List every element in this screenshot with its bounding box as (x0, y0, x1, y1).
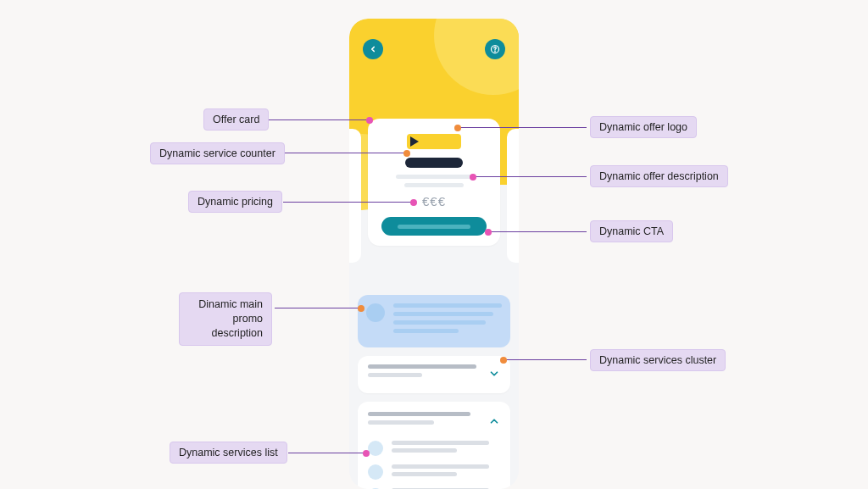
chevron-up-icon[interactable] (488, 412, 500, 431)
annotation-pricing: Dynamic pricing (188, 191, 282, 213)
phone-frame: €€€ (349, 19, 519, 489)
offer-card-peek-left (349, 129, 361, 263)
connector (275, 308, 361, 308)
annotation-offer-logo: Dynamic offer logo (590, 116, 697, 138)
annotation-offer-description: Dynamic offer description (590, 165, 728, 187)
annotation-main-promo: Dinamic main promo description (179, 292, 272, 346)
cta-button[interactable] (381, 217, 487, 236)
offer-logo (407, 134, 461, 149)
question-icon (490, 44, 500, 54)
annotation-service-counter: Dynamic service counter (150, 142, 285, 164)
services-cluster-card[interactable] (358, 356, 510, 393)
chevron-down-icon (488, 364, 500, 383)
chevron-left-icon (369, 45, 377, 53)
service-counter-pill (405, 158, 463, 168)
promo-description (393, 303, 502, 339)
connector (473, 176, 587, 177)
connector (288, 453, 366, 453)
annotation-offer-card: Offer card (203, 108, 269, 131)
connector (268, 119, 370, 120)
back-button[interactable] (363, 39, 383, 59)
connector (458, 127, 587, 128)
annotation-services-cluster: Dynamic services cluster (590, 349, 726, 371)
promo-icon (366, 303, 385, 322)
connector (283, 202, 414, 203)
service-icon (368, 441, 383, 456)
service-icon (368, 464, 383, 480)
offer-card-peek-right (507, 129, 519, 263)
connector (504, 359, 587, 360)
annotation-services-list: Dynamic services list (170, 442, 287, 464)
svg-point-1 (495, 51, 496, 52)
services-list-card (358, 402, 510, 489)
annotation-cta: Dynamic CTA (590, 220, 673, 242)
help-button[interactable] (485, 39, 505, 59)
offer-card: €€€ (368, 119, 500, 246)
list-item[interactable] (368, 464, 500, 480)
connector (285, 153, 407, 153)
list-item[interactable] (368, 441, 500, 456)
connector (488, 231, 587, 232)
promo-card (358, 295, 510, 347)
